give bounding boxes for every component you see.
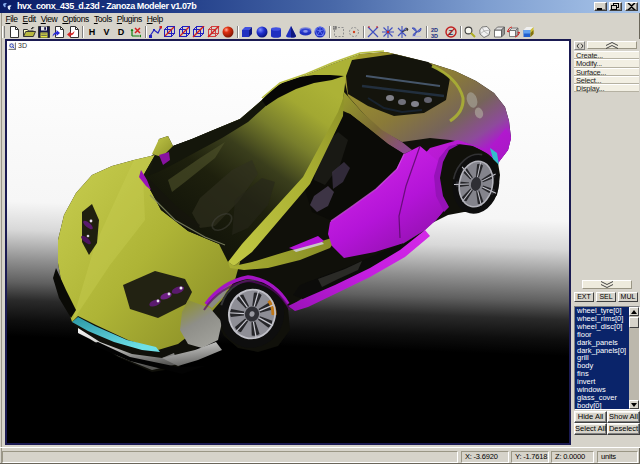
panel-resize-button[interactable]	[574, 41, 585, 50]
toolbar-select-circle-icon[interactable]	[347, 26, 360, 39]
toolbar-view-v-button[interactable]: V	[100, 26, 113, 39]
toolbar-shaded-blob-icon[interactable]	[478, 26, 491, 39]
scroll-up-icon[interactable]	[629, 307, 639, 316]
panel-action-buttons: Hide AllShow AllSelect AllDeselect	[574, 411, 640, 435]
menu-view[interactable]: View	[38, 13, 60, 25]
viewport-3d[interactable]: 3D	[5, 39, 571, 445]
toolbar-cube-white-icon[interactable]	[493, 26, 506, 39]
hide-all-button[interactable]: Hide All	[574, 411, 607, 423]
toolbar-separator	[329, 26, 331, 38]
status-y: Y: -1.7618	[511, 451, 549, 463]
toolbar-separator	[82, 26, 84, 38]
panel-menu-surface[interactable]: Surface...	[574, 68, 639, 76]
menu-tools[interactable]: Tools	[91, 13, 114, 25]
toolbar-delete-vertices-icon[interactable]	[129, 26, 142, 39]
menu-help[interactable]: Help	[144, 13, 165, 25]
menu-edit[interactable]: Edit	[20, 13, 38, 25]
object-list[interactable]: wheel_tyre[0]wheel_rims[0]wheel_disc[0]f…	[574, 306, 640, 410]
toolbar-propeller-icon[interactable]	[410, 26, 423, 39]
toolbar-prim-cone-icon[interactable]	[284, 26, 297, 39]
toolbar-separator	[363, 26, 365, 38]
toolbar-red-sphere-icon[interactable]	[221, 26, 234, 39]
viewport-zoom-icon[interactable]	[8, 42, 16, 50]
menu-file[interactable]: File	[3, 13, 20, 25]
toolbar-box-slash-icon[interactable]	[192, 26, 205, 39]
show-all-button[interactable]: Show All	[607, 411, 640, 423]
mode-sel-button[interactable]: SEL	[596, 292, 616, 302]
minimize-button[interactable]	[594, 2, 607, 11]
menu-options[interactable]: Options	[60, 13, 92, 25]
toolbar-open-folder-icon[interactable]	[23, 26, 36, 39]
mode-ext-button[interactable]: EXT	[574, 292, 594, 302]
object-list-scrollbar[interactable]	[629, 307, 639, 409]
toolbar-cube-textured-icon[interactable]	[522, 26, 535, 39]
panel-menu-select[interactable]: Select...	[574, 76, 639, 84]
toolbar-box-wire2-icon[interactable]	[178, 26, 191, 39]
viewport-label: 3D	[18, 42, 27, 50]
panel-menu: Create...Modify...Surface...Select...Dis…	[574, 51, 639, 92]
panel-menu-create[interactable]: Create...	[574, 51, 639, 59]
close-button[interactable]	[625, 2, 638, 11]
toolbar-prim-sphere-icon[interactable]	[255, 26, 268, 39]
toolbar-save-icon[interactable]	[37, 26, 50, 39]
titlebar: hvx_conx_435_d.z3d - Zanoza Modeler v1.0…	[0, 0, 640, 13]
statusbar: X: -3.6920 Y: -1.7618 Z: 0.0000 units	[0, 447, 640, 464]
toolbar: HVD2D3DZ	[0, 25, 640, 39]
toolbar-new-file-icon[interactable]	[8, 26, 21, 39]
panel-mode-buttons: EXTSELMUL	[574, 292, 638, 302]
mode-mul-button[interactable]: MUL	[618, 292, 638, 302]
toolbar-view-h-button[interactable]: H	[86, 26, 99, 39]
deselect-button[interactable]: Deselect	[607, 423, 640, 435]
toolbar-zoom-icon[interactable]	[464, 26, 477, 39]
svg-text:3D: 3D	[431, 33, 438, 39]
toolbar-separator	[145, 26, 147, 38]
toolbar-separator	[426, 26, 428, 38]
toolbar-vector-path-icon[interactable]	[149, 26, 162, 39]
toolbar-separator	[460, 26, 462, 38]
toolbar-select-rect-icon[interactable]	[333, 26, 346, 39]
restore-button[interactable]	[609, 2, 622, 11]
panel-collapse-down-button[interactable]	[582, 280, 632, 289]
menu-plugins[interactable]: Plugins	[114, 13, 144, 25]
toolbar-cross-icon[interactable]	[367, 26, 380, 39]
toolbar-prim-cylinder-icon[interactable]	[270, 26, 283, 39]
toolbar-box-red-slash-icon[interactable]	[207, 26, 220, 39]
status-x: X: -3.6920	[461, 451, 509, 463]
toolbar-prim-box-icon[interactable]	[241, 26, 254, 39]
toolbar-prim-geosphere-icon[interactable]	[313, 26, 326, 39]
toolbar-export-file-icon[interactable]	[66, 26, 79, 39]
toolbar-import-file-icon[interactable]	[52, 26, 65, 39]
panel-collapse-up-button[interactable]	[587, 41, 637, 49]
status-message	[2, 451, 458, 463]
object-list-items: wheel_tyre[0]wheel_rims[0]wheel_disc[0]f…	[575, 307, 629, 409]
toolbar-prim-torus-icon[interactable]	[299, 26, 312, 39]
menubar: FileEditViewOptionsToolsPluginsHelp	[0, 13, 640, 25]
select-all-button[interactable]: Select All	[574, 423, 607, 435]
toolbar-no-z-icon[interactable]: Z	[444, 26, 457, 39]
status-z: Z: 0.0000	[551, 451, 594, 463]
right-panel: Create...Modify...Surface...Select...Dis…	[573, 39, 640, 447]
window-title: hvx_conx_435_d.z3d - Zanoza Modeler v1.0…	[17, 0, 196, 13]
toolbar-view-d-button[interactable]: D	[115, 26, 128, 39]
car-render	[7, 41, 569, 443]
status-units: units	[597, 451, 638, 463]
object-item[interactable]: body[0]	[575, 402, 629, 410]
toolbar-separator	[237, 26, 239, 38]
app-icon	[2, 2, 13, 12]
panel-menu-display[interactable]: Display...	[574, 84, 639, 92]
toolbar-box-wire-icon[interactable]	[163, 26, 176, 39]
toolbar-star-icon[interactable]	[381, 26, 394, 39]
scroll-down-icon[interactable]	[629, 400, 639, 409]
toolbar-2d3d-icon[interactable]: 2D3D	[430, 26, 443, 39]
scroll-thumb[interactable]	[629, 317, 639, 328]
toolbar-cube-rotate-icon[interactable]	[507, 26, 520, 39]
toolbar-star-arrow-icon[interactable]	[396, 26, 409, 39]
toolbar-grip[interactable]	[2, 26, 5, 38]
panel-menu-modify[interactable]: Modify...	[574, 59, 639, 67]
